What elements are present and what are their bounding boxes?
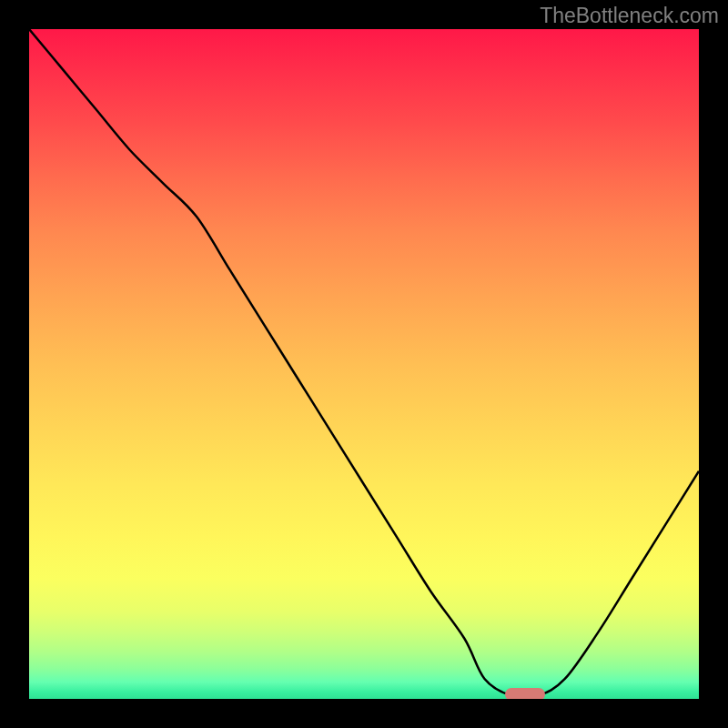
chart-curve <box>29 29 699 699</box>
chart-plot-area <box>29 29 699 699</box>
watermark-text: TheBottleneck.com <box>540 4 719 28</box>
chart-minimum-marker <box>505 688 545 699</box>
